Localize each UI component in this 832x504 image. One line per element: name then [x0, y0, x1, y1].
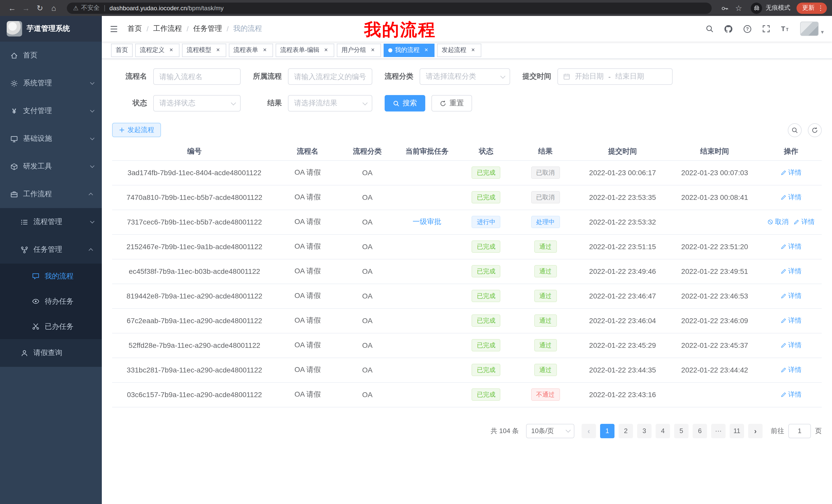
detail-link[interactable]: 详情: [781, 365, 802, 374]
breadcrumb-item[interactable]: 工作流程: [153, 24, 182, 33]
process-name-input-wrap: [153, 68, 241, 85]
close-icon[interactable]: ×: [261, 47, 268, 54]
range-separator: -: [608, 73, 610, 81]
close-icon[interactable]: ×: [322, 47, 330, 54]
close-icon[interactable]: ×: [423, 47, 430, 54]
close-icon[interactable]: ×: [214, 47, 222, 54]
date-range-picker[interactable]: 开始日期 - 结束日期: [557, 68, 673, 85]
sidebar-item-label: 我的流程: [45, 272, 74, 281]
sidebar-item-workflow[interactable]: 工作流程: [0, 180, 102, 208]
avatar[interactable]: [800, 22, 819, 36]
detail-link[interactable]: 详情: [794, 217, 815, 227]
show-search-button[interactable]: [788, 123, 802, 137]
address-bar[interactable]: ⚠ 不安全 dashboard.yudao.iocoder.cn/bpm/tas…: [67, 2, 712, 13]
tab-my-process[interactable]: 我的流程 ×: [384, 44, 435, 57]
github-icon[interactable]: [724, 24, 733, 33]
sidebar-item-todo-tasks[interactable]: 待办任务: [0, 289, 102, 314]
font-size-icon[interactable]: TT: [781, 25, 790, 33]
sidebar-item-process-management[interactable]: 流程管理: [0, 208, 102, 236]
page-button[interactable]: 1: [600, 424, 615, 438]
user-menu[interactable]: ▾: [800, 22, 824, 36]
next-page-button[interactable]: ›: [748, 424, 762, 438]
reset-button[interactable]: 重置: [432, 95, 472, 111]
detail-link[interactable]: 详情: [781, 291, 802, 301]
browser-back-icon[interactable]: ←: [5, 4, 19, 12]
update-button[interactable]: 更新 ⋮: [797, 2, 827, 13]
sidebar-item-payment[interactable]: ¥ 支付管理: [0, 97, 102, 125]
browser-forward-icon[interactable]: →: [19, 4, 33, 12]
page-button[interactable]: 3: [637, 424, 651, 438]
close-icon[interactable]: ×: [469, 47, 477, 54]
search-icon[interactable]: [706, 25, 714, 33]
help-icon[interactable]: ?: [743, 24, 752, 33]
goto-suffix: 页: [815, 426, 822, 436]
bookmark-star-icon[interactable]: ☆: [732, 4, 746, 12]
breadcrumb-item[interactable]: 任务管理: [193, 24, 222, 33]
browser-menu-icon[interactable]: ⋮: [817, 4, 824, 12]
cell-task: [396, 284, 458, 308]
detail-link[interactable]: 详情: [781, 168, 802, 177]
main-area: 首页 / 工作流程 / 任务管理 / 我的流程 ?: [102, 16, 832, 504]
close-icon[interactable]: ×: [167, 47, 175, 54]
briefcase-icon: [10, 190, 18, 198]
cancel-link[interactable]: 取消: [768, 217, 788, 227]
sidebar-item-infrastructure[interactable]: 基础设施: [0, 125, 102, 152]
more-pages-button[interactable]: ···: [711, 424, 726, 438]
page-button[interactable]: 2: [619, 424, 633, 438]
tab-home[interactable]: 首页: [111, 44, 133, 57]
detail-link[interactable]: 详情: [781, 341, 802, 350]
sidebar-item-my-process[interactable]: 我的流程: [0, 263, 102, 289]
detail-link[interactable]: 详情: [781, 267, 802, 276]
cell-task: [396, 185, 458, 209]
cell-end-time: 2022-01-22 23:44:42: [669, 358, 760, 382]
status-select[interactable]: 请选择状态: [153, 95, 241, 111]
detail-link[interactable]: 详情: [781, 316, 802, 325]
prev-page-button[interactable]: ‹: [581, 424, 596, 438]
page-button[interactable]: 4: [656, 424, 670, 438]
tab-process-form[interactable]: 流程表单 ×: [229, 44, 273, 57]
sidebar-item-leave-query[interactable]: 请假查询: [0, 339, 102, 367]
cell-category: OA: [339, 308, 396, 333]
browser-reload-icon[interactable]: ↻: [33, 4, 47, 12]
close-icon[interactable]: ×: [369, 47, 376, 54]
refresh-button[interactable]: [808, 123, 822, 137]
fullscreen-icon[interactable]: [762, 25, 771, 33]
breadcrumb-item[interactable]: 首页: [128, 24, 142, 33]
tab-process-model[interactable]: 流程模型 ×: [182, 44, 226, 57]
result-tag: 处理中: [531, 216, 560, 228]
detail-link[interactable]: 详情: [781, 390, 802, 399]
tab-process-form-edit[interactable]: 流程表单-编辑 ×: [276, 44, 334, 57]
result-select[interactable]: 请选择流结果: [288, 95, 372, 111]
tab-process-definition[interactable]: 流程定义 ×: [135, 44, 179, 57]
page-button[interactable]: 11: [730, 424, 744, 438]
cell-category: OA: [339, 209, 396, 234]
tab-label: 发起流程: [442, 46, 466, 54]
goto-page-input[interactable]: [788, 424, 811, 438]
tab-user-group[interactable]: 用户分组 ×: [337, 44, 381, 57]
current-task-link[interactable]: 一级审批: [413, 217, 441, 226]
browser-home-icon[interactable]: ⌂: [47, 4, 61, 12]
search-button[interactable]: 搜索: [385, 95, 425, 111]
category-select[interactable]: 请选择流程分类: [420, 68, 510, 85]
cell-id: 331bc281-7b9a-11ec-a290-acde48001122: [112, 358, 277, 382]
detail-link[interactable]: 详情: [781, 193, 802, 202]
sidebar-item-done-tasks[interactable]: 已办任务: [0, 314, 102, 339]
password-key-icon[interactable]: [718, 4, 732, 12]
tab-start-process[interactable]: 发起流程 ×: [437, 44, 481, 57]
sidebar-item-system[interactable]: 系统管理: [0, 69, 102, 97]
owner-process-input[interactable]: [294, 73, 366, 81]
page-button[interactable]: 6: [693, 424, 707, 438]
security-label: 不安全: [81, 4, 100, 12]
result-tag: 通过: [534, 290, 557, 302]
sidebar-item-dev-tools[interactable]: 研发工具: [0, 152, 102, 180]
page-size-select[interactable]: 10条/页: [526, 424, 574, 438]
table-toolbar: 发起流程: [112, 123, 822, 137]
column-header: 编号: [112, 143, 277, 160]
hamburger-icon[interactable]: [109, 24, 118, 33]
detail-link[interactable]: 详情: [781, 242, 802, 251]
sidebar-item-task-management[interactable]: 任务管理: [0, 236, 102, 263]
page-button[interactable]: 5: [674, 424, 688, 438]
start-process-button[interactable]: 发起流程: [112, 123, 161, 137]
process-name-input[interactable]: [159, 73, 234, 81]
sidebar-item-home[interactable]: 首页: [0, 41, 102, 69]
